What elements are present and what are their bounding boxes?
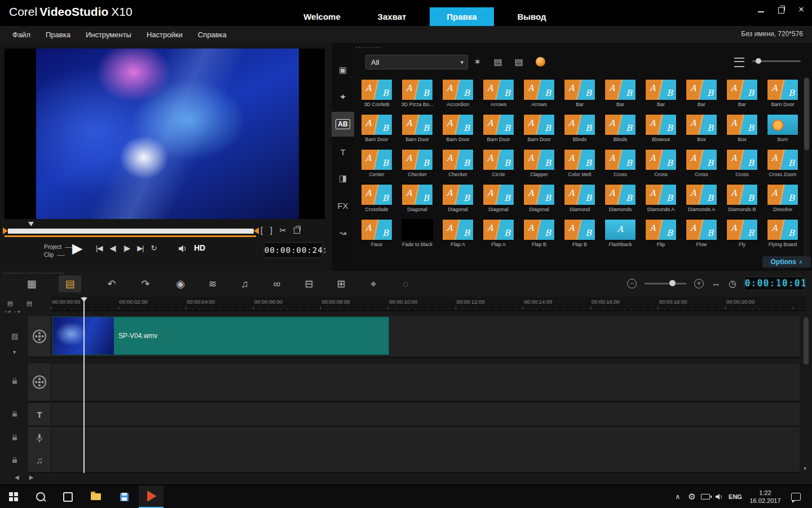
timeline-scrollbar[interactable] [803,316,809,464]
repeat-button[interactable]: ↻ [151,244,157,252]
surround-sound-icon[interactable]: ∞ [266,275,288,292]
title-track[interactable] [52,403,800,427]
tab-Вывод[interactable]: Вывод [500,7,564,26]
transition-item[interactable]: ABCross [641,147,681,182]
lock-icon[interactable] [12,437,17,440]
playhead-marker[interactable] [81,297,87,302]
transition-item[interactable]: ABFlap A [478,217,519,252]
split-screen-template-icon[interactable]: ⊞ [330,275,352,292]
trim-bar[interactable] [8,229,254,234]
motion-path-icon[interactable]: ↝ [332,221,354,246]
end-button[interactable]: ▶| [137,244,143,252]
subtitle-editor-icon[interactable]: ⊟ [298,275,320,292]
timeline-zoom-slider[interactable] [645,283,686,284]
transition-item[interactable]: ABBox [722,112,762,147]
timeline-ruler[interactable]: 00:00:00:0000:00:02:0000:00:04:0000:00:0… [51,297,806,311]
clip-mode-label[interactable]: Clip [44,251,54,259]
transition-item[interactable]: ABBar [722,77,762,112]
tab-Захват[interactable]: Захват [360,7,424,26]
action-center-button[interactable] [787,485,804,508]
transition-item[interactable]: ABBar [600,77,641,112]
transition-item[interactable]: ABCenter [356,147,397,182]
add-template-icon[interactable]: ▤ [493,56,502,67]
music-track-header[interactable]: ♫ [28,449,51,473]
tab-Welcome[interactable]: Welcome [290,7,354,26]
taskbar-search-button[interactable] [28,485,53,508]
menu-Правка[interactable]: Правка [46,30,70,39]
sphere-icon[interactable] [536,57,545,67]
sound-mixer-icon[interactable]: ≋ [201,275,224,292]
transition-item[interactable]: AFlashback [600,217,641,252]
transition-item[interactable]: ABFlap B [559,217,600,252]
import-template-icon[interactable]: ▤ [515,56,523,67]
overlay-icon[interactable]: ◨ [332,166,354,191]
track-manager-icon[interactable]: ▤ [11,332,18,340]
minimize-button[interactable] [754,3,767,16]
transition-item[interactable]: AB3D Pizza Bo... [397,77,438,112]
transition-item[interactable]: ABCrossfade [356,182,397,217]
mask-creator-icon[interactable]: ◌ [394,275,417,292]
transition-item[interactable]: ABBarn Door [438,112,478,147]
mark-out-button[interactable]: ] [270,226,272,235]
menu-Справка[interactable]: Справка [198,30,227,39]
zoom-in-icon[interactable]: + [694,279,704,288]
volume-icon[interactable] [178,244,188,255]
transition-item[interactable]: ABDiamonds [600,182,641,217]
tray-battery-button[interactable] [698,485,713,508]
taskbar-clock[interactable]: 1:22 16.02.2017 [745,485,785,508]
video-track[interactable]: SP-V04.wmv [52,316,800,358]
transition-item[interactable]: AB3D Confetti [356,77,397,112]
transition-item[interactable]: ABFlow [681,217,722,252]
collapse-track-icon[interactable]: ▾ [13,349,16,355]
timeline-view-icon[interactable]: ▤ [59,275,81,292]
previous-frame-button[interactable]: ◀| [109,244,116,252]
instant-project-icon[interactable]: ✦ [332,85,354,110]
scrubber-track[interactable] [5,235,256,237]
transition-item[interactable]: ABAccordion [438,77,478,112]
timecode-stepper[interactable]: ▲▼ [323,247,326,254]
overlay-track-header[interactable] [28,364,51,402]
music-track[interactable] [52,449,800,473]
multi-trim-icon[interactable] [294,227,300,234]
home-button[interactable]: |◀ [96,244,102,252]
lock-icon[interactable] [12,459,17,463]
voice-track-header[interactable] [28,427,51,450]
file-explorer-button[interactable] [83,485,108,508]
transition-item[interactable]: ABCross [600,147,641,182]
trim-end-handle[interactable] [254,227,259,234]
transition-item[interactable]: ABFace [356,217,397,252]
transition-item[interactable]: ABBar [681,77,722,112]
slider-knob[interactable] [756,58,761,64]
motion-tracking-icon[interactable]: ⌖ [362,275,385,292]
timeline-scroll-thumb[interactable] [804,317,809,365]
transition-item[interactable]: ABDiagonal [519,182,559,217]
transition-item[interactable]: ABDiagonal [397,182,438,217]
show-all-tracks-icon[interactable]: ▤ [3,299,17,308]
transition-item[interactable]: ABFly [722,217,762,252]
transition-item[interactable]: ABDiagonal [438,182,478,217]
voice-track[interactable] [52,427,800,450]
transition-item[interactable]: ABFlip [641,217,681,252]
overlay-track[interactable] [52,364,800,402]
playhead[interactable] [83,297,85,473]
mark-in-button[interactable]: [ [261,226,263,235]
transition-item[interactable]: ABColor Melt [559,147,600,182]
transition-item[interactable]: ABBar [559,77,600,112]
display-mode-icon[interactable] [734,58,744,67]
scroll-right-icon[interactable]: ▶ [29,474,34,480]
transition-item[interactable]: ABCross [681,147,722,182]
transition-item[interactable]: ABArrows [478,77,519,112]
timeline-timecode[interactable]: 0:00:10:01 [744,277,804,290]
menu-Инструменты[interactable]: Инструменты [86,30,131,39]
transition-item[interactable]: ABBar [641,77,681,112]
tab-Правка[interactable]: Правка [430,7,494,26]
media-icon[interactable]: ▣ [332,58,354,82]
transition-item[interactable]: ABFlap A [438,217,478,252]
trim-start-handle[interactable] [3,227,8,234]
preview-timecode[interactable]: 00:00:00:24 ▲▼ [264,242,323,258]
filter-icon[interactable]: FX [332,193,354,218]
menu-Файл[interactable]: Файл [12,30,30,39]
undo-icon[interactable]: ↶ [100,275,123,292]
timeline-grip[interactable] [2,272,64,274]
transition-item[interactable]: Fade to black [397,217,438,252]
